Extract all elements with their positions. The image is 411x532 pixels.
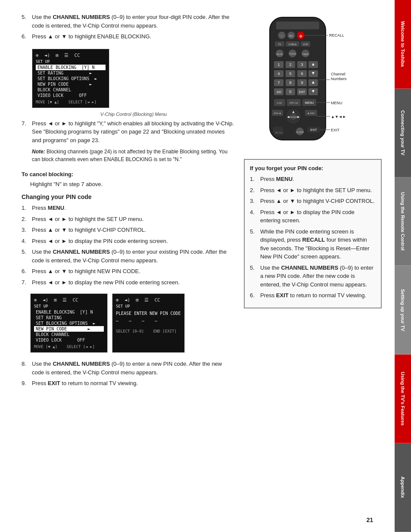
svg-text:ENT: ENT bbox=[299, 90, 305, 93]
main-content: 5. Use the CHANNEL NUMBERS (0–9) to ente… bbox=[0, 0, 395, 532]
svg-text:4: 4 bbox=[277, 72, 280, 76]
svg-text:FAV◄: FAV◄ bbox=[274, 112, 281, 115]
svg-text:3: 3 bbox=[301, 62, 303, 67]
change-pin-step-5: 5. Use the CHANNEL NUMBERS (0–9) to ente… bbox=[22, 248, 235, 264]
svg-text:0: 0 bbox=[289, 90, 291, 94]
forget-pin-step-1: 1. Press MENU. bbox=[250, 175, 376, 184]
svg-text:9: 9 bbox=[301, 81, 303, 85]
svg-text:RECALL: RECALL bbox=[329, 33, 344, 37]
svg-text:ENTER: ENTER bbox=[289, 116, 298, 118]
svg-text:VCR: VCR bbox=[303, 43, 308, 46]
svg-text:▲▼◄►: ▲▼◄► bbox=[331, 115, 346, 119]
svg-text:RC: RC bbox=[289, 34, 293, 37]
forget-pin-box: If you forget your PIN code: 1. Press ME… bbox=[244, 159, 382, 308]
svg-rect-1 bbox=[276, 22, 319, 29]
changing-pin-section: Changing your PIN code 1. Press MENU. 2.… bbox=[22, 193, 235, 388]
svg-text:►FAV: ►FAV bbox=[308, 112, 315, 115]
forget-pin-step-4: 4. Press ◄ or ► to display the PIN code … bbox=[250, 208, 376, 225]
right-column: ☆ RC ⏻ TV CABLE VCR MUTE bbox=[244, 13, 382, 523]
remote-section: ☆ RC ⏻ TV CABLE VCR MUTE bbox=[244, 13, 382, 152]
svg-text:CABLE: CABLE bbox=[288, 43, 297, 46]
change-pin-step-3: 3. Press ▲ or ▼ to highlight V-CHIP CONT… bbox=[22, 226, 235, 234]
svg-text:☆: ☆ bbox=[280, 34, 283, 37]
new-pin-menu-pair: ⊕ ◄) ⊞ ☰ CC SET UP ENABLE BLOCKING [Y] N… bbox=[30, 290, 235, 356]
svg-text:PIP CH: PIP CH bbox=[275, 131, 283, 134]
svg-text:CC/SAP: CC/SAP bbox=[296, 131, 304, 134]
svg-text:▲: ▲ bbox=[311, 80, 315, 84]
change-pin-step-1: 1. Press MENU. bbox=[22, 204, 235, 212]
tab-remote[interactable]: Using the Remote Control bbox=[395, 177, 411, 266]
forget-pin-step-5b: 5. Use the CHANNEL NUMBERS (0–9) to ente… bbox=[250, 264, 376, 289]
change-pin-step-7: 7. Press ◄ or ► to display the new PIN c… bbox=[22, 278, 235, 287]
tab-welcome[interactable]: Welcome to Toshiba bbox=[395, 0, 411, 89]
step-6: 6. Press ▲ or ▼ to highlight ENABLE BLOC… bbox=[22, 32, 235, 41]
svg-text:MENU: MENU bbox=[305, 101, 314, 104]
svg-text:100: 100 bbox=[276, 90, 281, 93]
change-pin-step-8: 8. Use the CHANNEL NUMBERS (0–9) to ente… bbox=[22, 360, 235, 376]
svg-text:Channel: Channel bbox=[331, 72, 346, 76]
svg-text:MENU: MENU bbox=[331, 101, 342, 105]
svg-text:Numbers: Numbers bbox=[331, 77, 347, 81]
vchip-menu-screenshot: ⊕ ◄) ⊞ ☰ CC SET UP ENABLE BLOCKING [Y] N… bbox=[32, 45, 235, 117]
svg-text:EXIT: EXIT bbox=[331, 128, 340, 132]
svg-text:1: 1 bbox=[277, 62, 280, 67]
remote-svg: ☆ RC ⏻ TV CABLE VCR MUTE bbox=[244, 13, 356, 151]
svg-text:⏻: ⏻ bbox=[299, 34, 302, 37]
new-pin-menu-left: ⊕ ◄) ⊞ ☰ CC SET UP ENABLE BLOCKING [Y] N… bbox=[30, 293, 108, 353]
left-column: 5. Use the CHANNEL NUMBERS (0–9) to ente… bbox=[22, 13, 235, 523]
svg-text:TV: TV bbox=[278, 43, 281, 46]
svg-text:EXIT: EXIT bbox=[310, 128, 317, 131]
svg-text:TIMER: TIMER bbox=[302, 53, 309, 56]
tab-setting-up[interactable]: Setting up your TV bbox=[395, 266, 411, 355]
svg-text:PIP CH: PIP CH bbox=[290, 102, 298, 104]
svg-text:LOC: LOC bbox=[277, 102, 283, 104]
svg-text:TV/VID: TV/VID bbox=[289, 53, 296, 55]
tab-connecting[interactable]: Connecting your TV bbox=[395, 89, 411, 177]
svg-text:▲: ▲ bbox=[311, 62, 315, 66]
note-enable-blocking: Note: Blocking channels (page 24) is not… bbox=[32, 148, 235, 163]
change-pin-step-6: 6. Press ▲ or ▼ to highlight NEW PIN COD… bbox=[22, 267, 235, 276]
tab-appendix[interactable]: Appendix bbox=[395, 443, 411, 532]
svg-text:MUTE: MUTE bbox=[277, 53, 283, 56]
forget-pin-step-3: 3. Press ▲ or ▼ to highlight V-CHIP CONT… bbox=[250, 197, 376, 205]
vchip-blocking-menu: ⊕ ◄) ⊞ ☰ CC SET UP ENABLE BLOCKING [Y] N… bbox=[32, 49, 109, 108]
change-pin-step-9: 9. Press EXIT to return to normal TV vie… bbox=[22, 379, 235, 388]
forget-pin-step-6: 6. Press EXIT to return to normal TV vie… bbox=[250, 291, 376, 300]
svg-text:7: 7 bbox=[277, 81, 280, 85]
step-5: 5. Use the CHANNEL NUMBERS (0–9) to ente… bbox=[22, 13, 235, 30]
cancel-blocking: To cancel blocking: Highlight "N" in ste… bbox=[22, 171, 235, 187]
svg-text:▼: ▼ bbox=[311, 89, 315, 93]
change-pin-step-2: 2. Press ◄ or ► to highlight the SET UP … bbox=[22, 215, 235, 224]
forget-pin-step-2: 2. Press ◄ or ► to highlight the SET UP … bbox=[250, 186, 376, 195]
svg-text:6: 6 bbox=[301, 72, 303, 76]
forget-pin-step-5a: 5. While the PIN code entering screen is… bbox=[250, 227, 376, 261]
change-pin-step-4: 4. Press ◄ or ► to display the PIN code … bbox=[22, 237, 235, 246]
svg-text:▼: ▼ bbox=[311, 71, 315, 75]
svg-text:2: 2 bbox=[289, 62, 291, 67]
tab-features[interactable]: Using the TV's Features bbox=[395, 355, 411, 443]
svg-text:5: 5 bbox=[289, 72, 291, 76]
svg-text:8: 8 bbox=[289, 81, 291, 85]
side-tabs: Welcome to Toshiba Connecting your TV Us… bbox=[395, 0, 411, 532]
step-7: 7. Press ◄ or ► to highlight "Y," which … bbox=[22, 119, 235, 167]
page-number: 21 bbox=[366, 516, 373, 523]
new-pin-enter-menu: ⊕ ◄) ⊞ ☰ CC SET UP PLEASE ENTER NEW PIN … bbox=[112, 293, 185, 353]
